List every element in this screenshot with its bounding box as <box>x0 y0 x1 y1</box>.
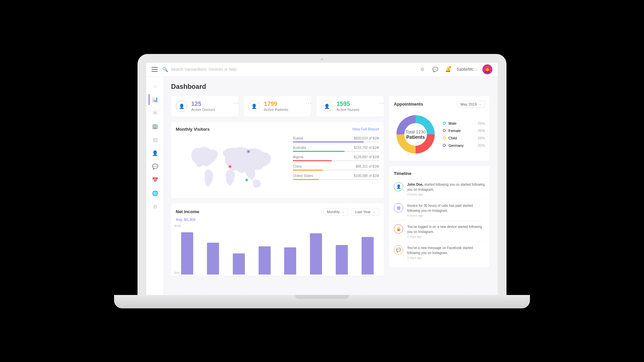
legend-pct: 25% <box>478 143 485 147</box>
timeline-text: Invoice for 30 hours of calls has paid s… <box>407 203 485 213</box>
legend-pct: 25% <box>478 136 485 140</box>
stat-label: Active Patients <box>264 108 288 112</box>
y-tick: $30k <box>174 224 181 228</box>
globe-icon[interactable]: ⚙ <box>418 65 426 73</box>
compare-select[interactable]: Last Year ⌄ <box>352 208 379 216</box>
timeline-text: You've a new message on Facebook started… <box>407 245 485 255</box>
card-menu-icon[interactable]: ⋯ <box>306 99 311 107</box>
month-select[interactable]: May 2019 ⌄ <box>457 101 485 108</box>
user-menu[interactable]: SabbirMc ⌄ <box>457 67 478 72</box>
topbar: 🔍 ⚙ 💬 🔔 SabbirMc ⌄ 👩‍🦰 <box>146 63 498 77</box>
bar-column <box>178 232 196 275</box>
timeline-title: Timeline <box>394 171 485 176</box>
stat-value: 1799 <box>264 101 288 108</box>
bell-icon[interactable]: 🔔 <box>444 65 452 73</box>
bar-column <box>359 237 376 275</box>
legend-row: Germany 25% <box>443 143 485 147</box>
svg-point-1 <box>248 150 250 153</box>
nav-mail[interactable]: ✉ <box>149 108 161 118</box>
view-full-report-link[interactable]: View Full Report <box>352 127 379 131</box>
visitor-amount: $100,588 of $1M <box>354 174 379 178</box>
nav-settings[interactable]: ⚙ <box>149 201 161 212</box>
visitor-country: Russia <box>293 136 303 140</box>
visitor-country: Algeria <box>293 155 303 159</box>
hamburger-icon[interactable] <box>152 67 158 72</box>
timeline-item: ▦ Invoice for 30 hours of calls has paid… <box>394 200 485 221</box>
legend-pct: 25% <box>478 129 485 133</box>
month-select-label: May 2019 <box>461 102 477 106</box>
chat-icon[interactable]: 💬 <box>431 65 439 73</box>
stat-card: 👤 1595 Active Nurses ⋯ <box>316 96 384 117</box>
chevron-down-icon: ⌄ <box>479 102 481 106</box>
nav-chat[interactable]: 💬 <box>149 161 161 172</box>
legend-label: Child <box>448 136 457 140</box>
timeline-icon: 💬 <box>394 245 403 255</box>
legend-dot-icon <box>443 144 446 147</box>
nav-analytics[interactable]: 📊 <box>149 94 161 105</box>
timeline-item: 🔒 You've logged in on a new device start… <box>394 221 485 242</box>
bar-column <box>230 253 248 275</box>
card-menu-icon[interactable]: ⋯ <box>233 99 238 107</box>
visitors-title: Monthly Visitors <box>176 127 210 132</box>
bar-column <box>256 246 273 275</box>
stat-value: 1595 <box>336 101 359 108</box>
stat-card: 👤 1799 Active Patients ⋯ <box>244 96 311 117</box>
search-input[interactable] <box>171 67 258 72</box>
timeline-item: 👤 John Doe, started following you on sta… <box>394 179 485 200</box>
donut-center-1: Total 1230 <box>406 129 426 134</box>
stat-value: 125 <box>191 101 215 108</box>
nav-users[interactable]: 👤 <box>149 148 161 159</box>
timeline-icon: ▦ <box>394 203 403 213</box>
timeline-text: You've logged in on a new device started… <box>407 224 485 234</box>
legend-label: Female <box>448 129 461 133</box>
bar-column <box>333 245 351 275</box>
timeline-time: 8 hours ago <box>407 214 485 217</box>
visitor-country: United States <box>293 174 313 178</box>
stat-label: Active Nurses <box>336 108 359 112</box>
world-map <box>176 136 287 193</box>
bar-column <box>281 247 299 275</box>
stat-card: 👤 125 Active Doctors ⋯ <box>171 96 238 117</box>
legend-row: Female 25% <box>443 129 485 133</box>
legend-dot-icon <box>443 136 446 139</box>
chevron-down-icon: ⌄ <box>373 210 375 214</box>
nav-web[interactable]: 🌐 <box>149 188 161 199</box>
visitor-row: Algeria $128,682 of $1M <box>293 155 379 161</box>
card-menu-icon[interactable]: ⋯ <box>378 99 384 107</box>
user-name-label: SabbirMc <box>457 67 474 72</box>
visitor-row: Russia $820,010 of $1M <box>293 136 379 142</box>
bar-column <box>307 233 325 275</box>
avatar[interactable]: 👩‍🦰 <box>482 64 492 74</box>
svg-point-5 <box>246 179 248 181</box>
sidebar: ⌂ 📊 ✉ 🏢 ▤ 👤 💬 📅 🌐 ⚙ <box>146 77 163 295</box>
timeline-item: 💬 You've a new message on Facebook start… <box>394 242 485 263</box>
legend-row: Male 25% <box>443 121 485 125</box>
legend-dot-icon <box>443 122 446 125</box>
stat-label: Active Doctors <box>191 108 215 112</box>
monthly-visitors-card: Monthly Visitors View Full Report <box>171 122 384 198</box>
bar-column <box>204 243 222 275</box>
timeline-icon: 👤 <box>394 182 403 191</box>
nav-calendar[interactable]: 📅 <box>149 175 161 185</box>
legend-pct: 25% <box>478 121 485 125</box>
timeline-time: 3 days ago <box>407 256 485 259</box>
nav-home[interactable]: ⌂ <box>149 81 161 92</box>
visitor-country: Australia <box>293 146 306 149</box>
period-select-label: Monthly <box>327 210 340 214</box>
timeline-time: 4 hours ago <box>407 193 485 196</box>
timeline-time: 2 days ago <box>407 235 485 238</box>
search-icon: 🔍 <box>162 67 168 72</box>
nav-org[interactable]: 🏢 <box>149 121 161 132</box>
legend-dot-icon <box>443 129 446 132</box>
timeline-text: John Doe, started following you on start… <box>407 182 485 192</box>
visitor-row: United States $100,588 of $1M <box>293 174 379 180</box>
timeline-card: Timeline 👤 John Doe, started following y… <box>389 166 490 267</box>
period-select[interactable]: Monthly ⌄ <box>323 208 348 216</box>
income-avg: Avg. $5,309 <box>176 218 379 222</box>
compare-select-label: Last Year <box>355 210 371 214</box>
appointments-donut: Total 1230 Patients <box>394 113 437 156</box>
nav-docs[interactable]: ▤ <box>149 134 161 145</box>
visitor-row: China $98,321 of $1M <box>293 165 379 171</box>
visitor-amount: $820,010 of $1M <box>354 136 379 140</box>
stat-icon: 👤 <box>176 101 187 112</box>
